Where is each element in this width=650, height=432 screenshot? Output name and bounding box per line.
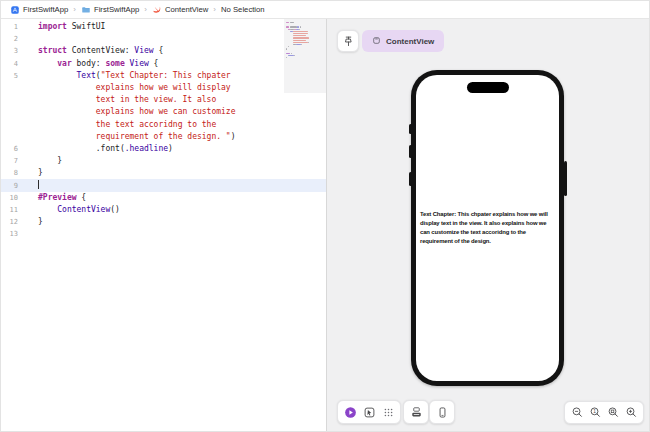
volume-down-button: [409, 172, 412, 186]
app-project-icon: [10, 5, 20, 15]
app-window-icon: [372, 36, 382, 46]
code-text: var body: some View {: [38, 58, 158, 70]
code-line[interactable]: explains how we will display: [1, 82, 326, 94]
magnifier-minus-icon: [571, 406, 584, 419]
line-number: 9: [1, 182, 18, 190]
breadcrumb-label: FirstSwiftApp: [23, 5, 68, 14]
code-text: the text accoridng to the: [38, 119, 216, 131]
line-number: 3: [1, 47, 18, 55]
code-line-current[interactable]: 9: [1, 179, 326, 191]
breadcrumb-label: No Selection: [221, 5, 265, 14]
device-settings-button[interactable]: [407, 403, 425, 421]
text-cursor: [38, 180, 39, 189]
line-number: 6: [1, 145, 18, 153]
pin-preview-button[interactable]: [337, 30, 359, 52]
line-number: 7: [1, 157, 18, 165]
volume-up-button: [409, 145, 412, 158]
mute-switch: [409, 124, 412, 134]
canvas-toolbar-group: [403, 400, 429, 424]
zoom-to-fit-button[interactable]: [604, 404, 622, 422]
device-settings-icon: [410, 406, 423, 419]
breadcrumb-item-firstswiftapp[interactable]: FirstSwiftApp: [10, 5, 68, 15]
breadcrumb-label: FirstSwiftApp: [94, 5, 139, 14]
live-preview-button[interactable]: [341, 403, 359, 421]
code-text: struct ContentView: View {: [38, 45, 163, 57]
play-icon: [344, 406, 357, 419]
code-text: requirement of the design. "): [38, 131, 235, 143]
folder-icon: [81, 5, 91, 15]
preview-canvas: ContentView Text Chapter: This chpater e…: [327, 19, 649, 431]
code-line[interactable]: 3struct ContentView: View {: [1, 45, 326, 57]
breadcrumb: FirstSwiftApp›FirstSwiftApp›ContentView›…: [1, 1, 649, 19]
line-number: 13: [1, 230, 18, 238]
line-number: 11: [1, 206, 18, 214]
svg-text:1: 1: [593, 409, 596, 414]
code-editor[interactable]: 1import SwiftUI23struct ContentView: Vie…: [1, 19, 326, 431]
code-text: explains how we will display: [38, 82, 231, 94]
device-button[interactable]: [433, 403, 451, 421]
code-line[interactable]: 12}: [1, 216, 326, 228]
minimap-line: [286, 59, 326, 61]
device-screen: Text Chapter: This chpater explains how …: [416, 75, 559, 381]
zoom-actual-size-button[interactable]: 1: [586, 404, 604, 422]
code-line[interactable]: requirement of the design. "): [1, 131, 326, 143]
code-text: }: [38, 216, 43, 228]
breadcrumb-separator: ›: [213, 5, 216, 14]
breadcrumb-separator: ›: [144, 5, 147, 14]
code-text: text in the view. It also: [38, 94, 216, 106]
power-button: [564, 161, 567, 196]
magnifier-one-icon: 1: [589, 406, 602, 419]
code-text: Text("Text Chapter: This chpater: [38, 70, 231, 82]
canvas-toolbar-group: [337, 400, 401, 424]
code-text: #Preview {: [38, 192, 86, 204]
breadcrumb-item-firstswiftapp[interactable]: FirstSwiftApp: [81, 5, 139, 15]
code-line[interactable]: 6 .font(.headline): [1, 143, 326, 155]
code-line[interactable]: 13: [1, 228, 326, 240]
iphone-preview-device: Text Chapter: This chpater explains how …: [411, 70, 564, 386]
line-number: 10: [1, 194, 18, 202]
breadcrumb-label: ContentView: [165, 5, 208, 14]
pin-icon: [342, 35, 355, 48]
breadcrumb-separator: ›: [73, 5, 76, 14]
code-line[interactable]: 2: [1, 33, 326, 45]
code-text: }: [38, 167, 43, 179]
variants-button[interactable]: [379, 403, 397, 421]
minimap[interactable]: [284, 19, 326, 93]
swift-file-icon: [152, 5, 162, 15]
zoom-out-button[interactable]: [568, 404, 586, 422]
code-line[interactable]: 8}: [1, 167, 326, 179]
preview-tab-contentview[interactable]: ContentView: [362, 30, 444, 52]
preview-tab-label: ContentView: [386, 37, 434, 46]
code-line[interactable]: 5 Text("Text Chapter: This chpater: [1, 70, 326, 82]
code-line[interactable]: 4 var body: some View {: [1, 58, 326, 70]
grid-icon: [382, 406, 395, 419]
xcode-window: FirstSwiftApp›FirstSwiftApp›ContentView›…: [0, 0, 650, 432]
code-line[interactable]: explains how we can customize: [1, 106, 326, 118]
code-line[interactable]: 1import SwiftUI: [1, 21, 326, 33]
magnifier-fit-icon: [607, 406, 620, 419]
line-number: 12: [1, 218, 18, 226]
code-line[interactable]: the text accoridng to the: [1, 119, 326, 131]
zoom-in-button[interactable]: [622, 404, 640, 422]
code-line[interactable]: 10#Preview {: [1, 192, 326, 204]
breadcrumb-item-no-selection[interactable]: No Selection: [221, 5, 265, 14]
code-line[interactable]: 11 ContentView(): [1, 204, 326, 216]
magnifier-plus-icon: [625, 406, 638, 419]
pointer-icon: [363, 406, 376, 419]
select-mode-button[interactable]: [360, 403, 378, 421]
code-text: .font(.headline): [38, 143, 173, 155]
preview-rendered-text: Text Chapter: This chpater explains how …: [420, 75, 556, 381]
line-number: 5: [1, 72, 18, 80]
code-text: [38, 179, 39, 191]
code-text: ContentView(): [38, 204, 120, 216]
line-number: 4: [1, 60, 18, 68]
code-text: import SwiftUI: [38, 21, 105, 33]
editor-canvas-divider[interactable]: [326, 19, 327, 431]
breadcrumb-item-contentview[interactable]: ContentView: [152, 5, 208, 15]
canvas-toolbar-group: [429, 400, 455, 424]
code-text: }: [38, 155, 62, 167]
line-number: 2: [1, 35, 18, 43]
device-icon: [436, 406, 449, 419]
code-line[interactable]: text in the view. It also: [1, 94, 326, 106]
code-line[interactable]: 7 }: [1, 155, 326, 167]
